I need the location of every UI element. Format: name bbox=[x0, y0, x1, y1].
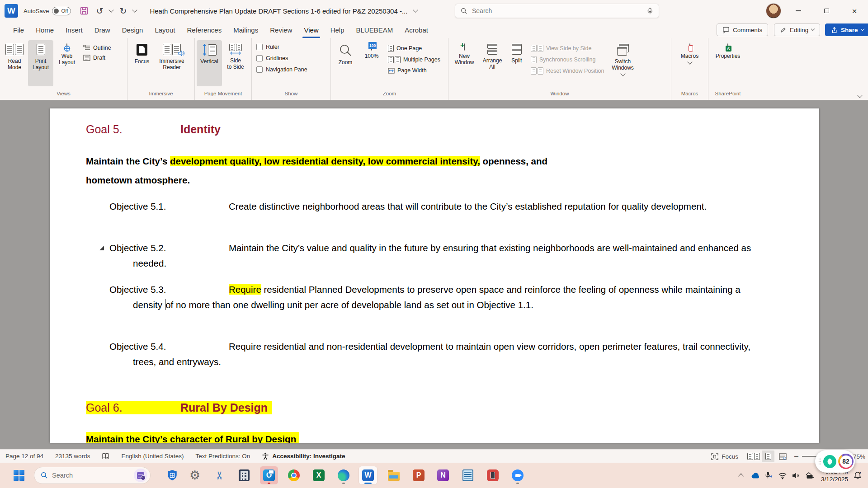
drag-handle-icon[interactable] bbox=[818, 458, 821, 465]
document-page[interactable]: Goal 5.Identity Maintain the City’s deve… bbox=[50, 108, 819, 443]
word-count-indicator[interactable]: 23135 words bbox=[55, 453, 90, 460]
onedrive-tray-icon[interactable] bbox=[749, 467, 762, 483]
mic-icon[interactable] bbox=[646, 7, 653, 15]
switch-windows-button[interactable]: Switch Windows bbox=[607, 40, 639, 86]
zoom-100-button[interactable]: 100 100% bbox=[359, 40, 384, 86]
grammarly-icon[interactable] bbox=[823, 455, 836, 468]
taskbar-notepad-app[interactable] bbox=[459, 466, 477, 484]
autosave-control[interactable]: AutoSave Off bbox=[24, 7, 71, 15]
side-to-side-button[interactable]: Side to Side bbox=[223, 40, 248, 86]
tray-expand-button[interactable] bbox=[735, 467, 749, 483]
tab-view[interactable]: View bbox=[298, 22, 324, 38]
tab-layout[interactable]: Layout bbox=[149, 22, 181, 38]
navigation-pane-checkbox[interactable]: Navigation Pane bbox=[256, 66, 307, 73]
print-layout-button[interactable]: Print Layout bbox=[28, 40, 53, 86]
goal-5-heading[interactable]: Goal 5.Identity bbox=[86, 123, 221, 136]
document-title[interactable]: Heath Comprehensive Plan Update DRAFT Se… bbox=[150, 7, 417, 15]
autosave-toggle[interactable]: Off bbox=[52, 7, 71, 15]
redo-button[interactable]: ↻ bbox=[116, 4, 130, 18]
proofing-errors-button[interactable] bbox=[102, 452, 109, 460]
grammarly-score-ring[interactable]: 82 bbox=[838, 454, 854, 469]
search-highlights-icon[interactable] bbox=[134, 469, 147, 482]
print-layout-view-button[interactable] bbox=[762, 450, 774, 462]
volume-muted-tray-icon[interactable] bbox=[789, 467, 803, 483]
tab-help[interactable]: Help bbox=[325, 22, 350, 38]
text-predictions-indicator[interactable]: Text Predictions: On bbox=[195, 453, 250, 460]
tab-acrobat[interactable]: Acrobat bbox=[399, 22, 434, 38]
outline-button[interactable]: Outline bbox=[83, 45, 111, 51]
wifi-tray-icon[interactable] bbox=[776, 467, 789, 483]
taskbar-search[interactable] bbox=[34, 467, 151, 484]
immersive-reader-button[interactable]: Immersive Reader bbox=[156, 40, 188, 86]
customize-qat-button[interactable] bbox=[132, 4, 138, 18]
web-layout-view-button[interactable] bbox=[776, 450, 789, 462]
tab-file[interactable]: File bbox=[7, 22, 30, 38]
page-width-button[interactable]: Page Width bbox=[388, 67, 440, 74]
goal-6-subtitle[interactable]: Maintain the City’s character of Rural b… bbox=[86, 432, 299, 443]
zoom-button[interactable]: Zoom bbox=[333, 40, 358, 86]
maximize-button[interactable] bbox=[813, 0, 840, 22]
multiple-pages-button[interactable]: Multiple Pages bbox=[388, 56, 440, 63]
collapse-triangle-icon[interactable] bbox=[99, 246, 104, 250]
objective-5-4[interactable]: Objective 5.4. Require residential and n… bbox=[50, 339, 764, 370]
notifications-tray-icon[interactable]: z bbox=[851, 467, 864, 483]
taskbar-snipping-tool-app[interactable]: ✂ bbox=[211, 466, 229, 484]
taskbar-settings-app[interactable]: ⚙ bbox=[186, 466, 204, 484]
goal-6-heading[interactable]: Goal 6.Rural By Design bbox=[86, 401, 272, 414]
objective-5-3[interactable]: Objective 5.3. Require residential Plann… bbox=[50, 282, 764, 313]
taskbar-zoom-app[interactable] bbox=[509, 466, 527, 484]
language-switcher-tray-icon[interactable] bbox=[803, 467, 816, 483]
taskbar-search-input[interactable] bbox=[52, 472, 115, 479]
properties-button[interactable]: S Properties bbox=[713, 40, 743, 86]
undo-button[interactable]: ↺ bbox=[93, 4, 106, 18]
taskbar-excel-app[interactable]: X bbox=[310, 466, 328, 484]
gridlines-checkbox[interactable]: Gridlines bbox=[256, 55, 307, 61]
mic-in-use-tray-icon[interactable] bbox=[762, 467, 776, 483]
tab-design[interactable]: Design bbox=[116, 22, 149, 38]
language-indicator[interactable]: English (United States) bbox=[121, 453, 184, 460]
page-number-indicator[interactable]: Page 12 of 94 bbox=[5, 453, 43, 460]
tab-references[interactable]: References bbox=[181, 22, 227, 38]
split-button[interactable]: Split bbox=[506, 40, 527, 86]
tab-review[interactable]: Review bbox=[264, 22, 298, 38]
arrange-all-button[interactable]: Arrange All bbox=[479, 40, 505, 86]
accessibility-checker[interactable]: Accessibility: Investigate bbox=[262, 452, 345, 460]
objective-5-2[interactable]: Objective 5.2. Maintain the City’s value… bbox=[50, 240, 764, 271]
one-page-button[interactable]: One Page bbox=[388, 45, 440, 52]
search-input[interactable] bbox=[472, 7, 642, 14]
tab-insert[interactable]: Insert bbox=[60, 22, 89, 38]
read-mode-button[interactable]: Read Mode bbox=[2, 40, 27, 86]
collapse-ribbon-button[interactable] bbox=[857, 93, 862, 98]
zoom-out-button[interactable]: – bbox=[794, 452, 798, 460]
save-button[interactable] bbox=[77, 4, 91, 18]
draft-button[interactable]: Draft bbox=[83, 55, 111, 61]
taskbar-phone-link-app[interactable] bbox=[484, 466, 502, 484]
taskbar-edge-app[interactable] bbox=[335, 466, 353, 484]
taskbar-chrome-app[interactable] bbox=[285, 466, 303, 484]
start-button[interactable] bbox=[10, 466, 28, 484]
share-button[interactable]: Share bbox=[825, 23, 868, 36]
focus-button[interactable]: Focus bbox=[129, 40, 155, 86]
comments-button[interactable]: Comments bbox=[717, 23, 768, 36]
tab-draw[interactable]: Draw bbox=[89, 22, 116, 38]
taskbar-calculator-app[interactable] bbox=[235, 466, 253, 484]
taskbar-outlook-app[interactable]: O bbox=[260, 466, 278, 484]
goal-5-intro-paragraph[interactable]: Maintain the City’s development quality,… bbox=[86, 152, 547, 190]
tab-home[interactable]: Home bbox=[30, 22, 60, 38]
taskbar-powerpoint-app[interactable]: P bbox=[410, 466, 428, 484]
taskbar-file-explorer-app[interactable] bbox=[385, 466, 403, 484]
grammarly-widget[interactable]: 82 bbox=[815, 450, 855, 473]
undo-dropdown[interactable] bbox=[108, 4, 114, 18]
word-app-icon[interactable]: W bbox=[5, 4, 18, 18]
close-button[interactable]: × bbox=[841, 0, 868, 22]
tab-mailings[interactable]: Mailings bbox=[227, 22, 264, 38]
user-avatar[interactable] bbox=[766, 3, 781, 19]
taskbar-onenote-app[interactable]: N bbox=[434, 466, 452, 484]
minimize-button[interactable] bbox=[785, 0, 811, 22]
taskbar-security-app[interactable] bbox=[163, 466, 181, 484]
ruler-checkbox[interactable]: Ruler bbox=[256, 44, 307, 50]
search-bar[interactable] bbox=[455, 4, 659, 18]
new-window-button[interactable]: + New Window bbox=[450, 40, 478, 86]
web-layout-button[interactable]: Web Layout bbox=[54, 40, 80, 86]
tab-bluebeam[interactable]: BLUEBEAM bbox=[350, 22, 399, 38]
